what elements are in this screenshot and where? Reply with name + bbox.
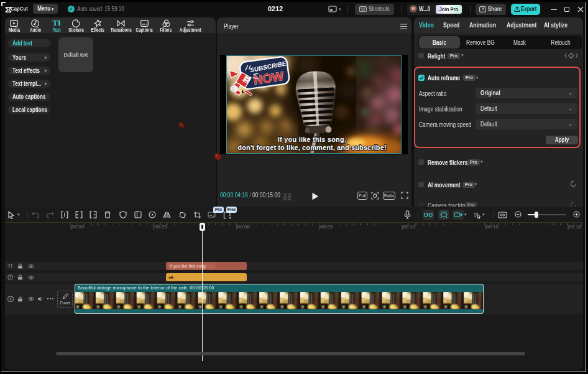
- svg-text:If you like this song,: If you like this song,: [278, 136, 346, 143]
- svg-text:don't forget to like, comment,: don't forget to like, comment, and subsc…: [237, 144, 386, 151]
